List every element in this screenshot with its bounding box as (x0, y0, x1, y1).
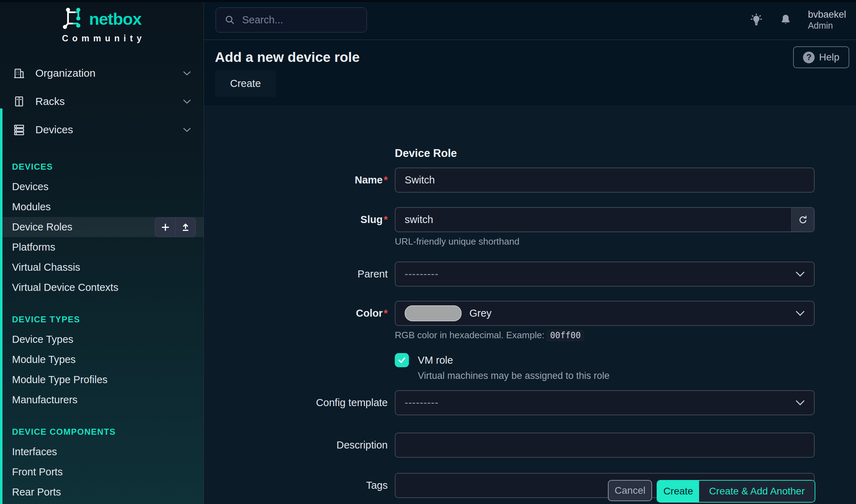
group-heading: DEVICE TYPES (0, 309, 204, 329)
slug-help-text: URL-friendly unique shorthand (395, 236, 815, 247)
question-mark-icon: ? (803, 52, 815, 63)
add-device-role-button[interactable] (155, 218, 175, 237)
sidebar-item-modules[interactable]: Modules (0, 197, 204, 217)
sidebar-item-front-ports[interactable]: Front Ports (0, 462, 204, 482)
vm-role-help-text: Virtual machines may be assigned to this… (418, 370, 815, 381)
slug-label: Slug* (212, 207, 388, 232)
sidebar-item-module-types[interactable]: Module Types (0, 350, 204, 370)
group-heading: DEVICE COMPONENTS (0, 422, 204, 442)
sidebar-item-virtual-device-contexts[interactable]: Virtual Device Contexts (0, 277, 204, 298)
topbar-right-cluster: bvbaekel Admin (749, 0, 846, 40)
sidebar: netbox Community Organization (0, 0, 204, 504)
sidebar-item-platforms[interactable]: Platforms (0, 237, 204, 257)
name-label: Name* (212, 168, 388, 193)
search-icon (224, 14, 235, 25)
notifications-bell-icon[interactable] (779, 13, 792, 27)
required-marker: * (384, 174, 388, 186)
device-roles-quick-actions (155, 217, 196, 237)
sidebar-item-devices-list[interactable]: Devices (0, 177, 204, 197)
color-swatch-grey (405, 305, 462, 321)
brand-text: netbox (89, 9, 141, 29)
config-template-select[interactable]: --------- (395, 390, 815, 415)
vm-role-checkbox[interactable] (395, 353, 409, 367)
description-label: Description (212, 433, 388, 458)
building-icon (13, 67, 25, 79)
theme-toggle-lightbulb-icon[interactable] (749, 13, 763, 27)
import-device-roles-button[interactable] (175, 218, 195, 237)
netbox-logo[interactable]: netbox (0, 8, 204, 30)
active-section-indicator (0, 109, 2, 504)
chevron-down-icon (796, 400, 805, 405)
search-input[interactable] (242, 14, 358, 26)
tab-bar: Create (204, 70, 856, 96)
user-menu[interactable]: bvbaekel Admin (808, 9, 846, 31)
vm-role-field: VM role Virtual machines may be assigned… (395, 353, 815, 381)
page-title: Add a new device role (215, 45, 856, 70)
device-role-form: Device Role Name* Slug* (204, 106, 856, 498)
brand-subtitle: Community (4, 33, 204, 43)
help-button[interactable]: ? Help (793, 46, 849, 68)
sidebar-item-interfaces[interactable]: Interfaces (0, 442, 204, 462)
chevron-down-icon (796, 311, 805, 316)
sidebar-item-console-ports[interactable]: Console Ports (0, 502, 204, 504)
server-stack-icon (13, 124, 25, 136)
sidebar-item-devices[interactable]: Devices (0, 116, 204, 144)
vm-role-label: VM role (418, 354, 453, 366)
create-button[interactable]: Create (657, 481, 699, 502)
required-marker: * (384, 214, 388, 225)
netbox-logo-icon (62, 8, 84, 30)
create-button-group: Create Create & Add Another (657, 480, 815, 503)
topbar: bvbaekel Admin (204, 0, 856, 40)
sidebar-group-device-types: DEVICE TYPES Device Types Module Types M… (0, 309, 204, 410)
slug-field[interactable] (395, 208, 791, 232)
regenerate-slug-button[interactable] (791, 208, 814, 232)
required-marker: * (384, 307, 388, 319)
sidebar-item-racks[interactable]: Racks (0, 87, 204, 116)
sidebar-group-devices: DEVICES Devices Modules Device Roles Pla… (0, 157, 204, 298)
section-title: Device Role (395, 146, 815, 160)
form-panel: Device Role Name* Slug* (204, 106, 856, 504)
description-field[interactable] (395, 433, 815, 458)
global-search[interactable] (216, 7, 367, 33)
name-field[interactable] (395, 168, 815, 193)
rack-icon (13, 95, 25, 107)
color-help-text: RGB color in hexadecimal. Example:00ff00 (395, 330, 815, 341)
main-area: bvbaekel Admin Add a new device role ? H… (204, 0, 856, 504)
group-heading: DEVICES (0, 157, 204, 177)
slug-field-group (395, 207, 815, 232)
parent-select[interactable]: --------- (395, 262, 815, 287)
color-select[interactable]: Grey (395, 301, 815, 326)
sidebar-item-manufacturers[interactable]: Manufacturers (0, 390, 204, 410)
user-name: bvbaekel (808, 9, 846, 20)
sidebar-item-module-type-profiles[interactable]: Module Type Profiles (0, 370, 204, 390)
chevron-down-icon (183, 128, 191, 132)
tab-create[interactable]: Create (215, 70, 276, 97)
form-action-bar: Cancel Create Create & Add Another (608, 480, 815, 503)
sidebar-top-nav: Organization Racks (0, 59, 204, 144)
page-header: Add a new device role ? Help (204, 40, 856, 70)
color-example-code: 00ff00 (546, 329, 584, 341)
chevron-down-icon (183, 71, 191, 76)
sidebar-item-virtual-chassis[interactable]: Virtual Chassis (0, 257, 204, 277)
chevron-down-icon (183, 99, 191, 104)
config-template-label: Config template (212, 390, 388, 415)
user-role: Admin (808, 20, 846, 31)
window-top-edge (0, 0, 856, 2)
sidebar-item-device-types[interactable]: Device Types (0, 329, 204, 350)
color-label: Color* (212, 301, 388, 326)
sidebar-item-organization[interactable]: Organization (0, 59, 204, 87)
sidebar-group-device-components: DEVICE COMPONENTS Interfaces Front Ports… (0, 422, 204, 504)
create-and-add-another-button[interactable]: Create & Add Another (699, 481, 815, 502)
tags-label: Tags (212, 473, 388, 498)
sidebar-item-rear-ports[interactable]: Rear Ports (0, 482, 204, 502)
sidebar-item-device-roles[interactable]: Device Roles (0, 217, 204, 237)
cancel-button[interactable]: Cancel (608, 480, 652, 501)
chevron-down-icon (796, 271, 805, 277)
parent-label: Parent (212, 262, 388, 287)
